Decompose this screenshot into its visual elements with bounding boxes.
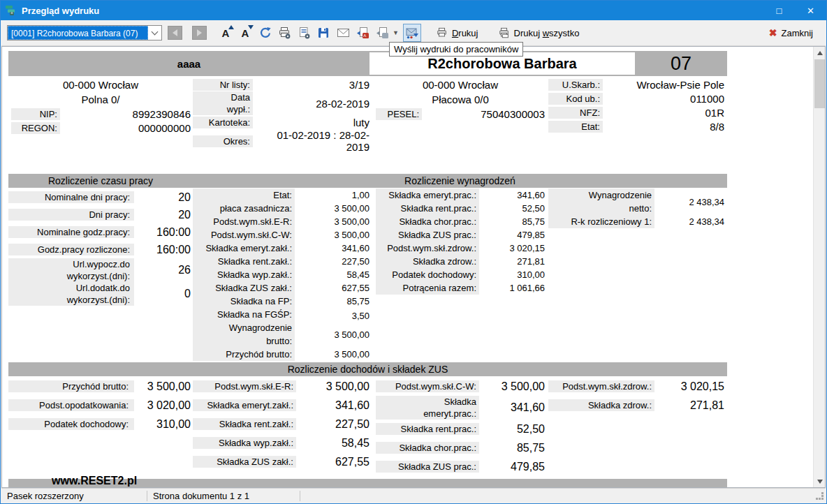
field-value: Wrocław-Psie Pole	[603, 79, 724, 91]
field-value: 310,00	[134, 418, 193, 431]
field-row: płaca zasadnicza: 3 500,00	[193, 202, 369, 215]
pay-col3-rows: Wynagrodzenie netto: 2 438,34 R-k rozlic…	[548, 188, 727, 361]
page-setup-button[interactable]	[295, 24, 313, 42]
employee-id-rows: PESEL: 75040300003	[376, 107, 545, 121]
font-smaller-button[interactable]: A	[236, 24, 254, 42]
company-id-rows: NIP: 8992390846 REGON: 000000000	[8, 107, 193, 135]
field-row: Składka emeryt.zakł.: 341,60	[193, 396, 369, 415]
email-button[interactable]	[334, 24, 352, 42]
time-and-pay-body: Nominalne dni pracy: 20 Dni pracy: 20 No…	[8, 188, 727, 361]
field-value: 3 500,00	[295, 203, 369, 214]
field-row: Nominalne dni pracy: 20	[8, 188, 193, 206]
field-row: U.Skarb.: Wrocław-Psie Pole	[548, 77, 724, 91]
company-name: aaaa	[8, 51, 369, 76]
field-value: 8992390846	[60, 108, 193, 120]
field-row: Składka chor.prac.: 85,75	[376, 215, 545, 228]
field-label: Url.wypocz.do wykorzyst.(dni):	[8, 258, 134, 282]
field-label: R-k rozliczeniowy 1:	[548, 215, 654, 228]
field-row: Składka zdrow.: 271,81	[548, 396, 724, 415]
close-window-button[interactable]: ✕	[795, 1, 826, 20]
print-button[interactable]: Drukuj	[430, 24, 485, 42]
field-row: Składka emeryt.zakł.: 341,60	[193, 242, 369, 255]
next-page-button[interactable]	[192, 26, 207, 40]
close-preview-label: Zamknij	[781, 28, 813, 38]
close-preview-button[interactable]: ✖ Zamknij	[762, 25, 820, 41]
field-label: U.Skarb.:	[548, 79, 603, 91]
field-label: Składka ZUS zakł.:	[193, 281, 295, 295]
field-row: Godz.pracy rozliczone: 160:00	[8, 241, 193, 258]
field-label: Składka na FGŚP:	[193, 308, 295, 321]
field-row: Składka ZUS prac.: 479,85	[376, 457, 545, 476]
field-row: Podatek dochodowy: 310,00	[376, 268, 545, 281]
send-to-employees-button[interactable]	[403, 24, 421, 42]
font-larger-button[interactable]: A	[217, 24, 235, 42]
field-label: Dni pracy:	[8, 209, 134, 221]
previous-page-button[interactable]	[168, 26, 182, 40]
field-row: Okres: 01-02-2019 : 28-02- 2019	[193, 129, 369, 153]
field-label: Składka ZUS zakł.:	[193, 456, 296, 468]
field-value: 310,00	[479, 269, 545, 280]
field-value: 58,45	[295, 269, 369, 280]
refresh-button[interactable]	[256, 24, 274, 42]
status-bar: Pasek rozszerzony Strona dokumentu 1 z 1	[1, 488, 826, 503]
field-row: Składka na FGŚP: 3,50	[193, 308, 369, 321]
employee-code: 07	[635, 51, 727, 76]
field-row: REGON: 000000000	[8, 121, 193, 135]
field-label: Wynagrodzenie netto:	[548, 188, 654, 215]
vertical-scrollbar[interactable]	[813, 47, 825, 487]
save-icon	[317, 27, 330, 39]
field-value: 341,60	[479, 401, 545, 414]
field-row: Składka ZUS prac.: 479,85	[376, 228, 545, 242]
field-value: 3 020,15	[479, 243, 545, 253]
status-panel-page: Strona dokumentu 1 z 1	[147, 491, 300, 501]
field-value: 011000	[603, 93, 724, 105]
field-value: 20	[134, 191, 193, 204]
export-other-button[interactable]	[373, 24, 391, 42]
field-row: Podst.wym.skł.zdrow.: 3 020,15	[548, 377, 724, 396]
maximize-button[interactable]: □	[763, 1, 795, 20]
section-bar-time-pay: Rozliczenie czasu pracy Rozliczenie wyna…	[8, 174, 727, 188]
field-label: Składka wyp.zakł.:	[193, 437, 296, 449]
export-dropdown-caret-icon[interactable]: ▼	[393, 29, 399, 36]
field-row: PESEL: 75040300003	[376, 107, 545, 121]
section-title-zus: Rozliczenie dochodów i składek ZUS	[288, 364, 448, 375]
field-value: luty	[253, 117, 369, 128]
font-smaller-icon: A	[242, 28, 249, 38]
zus-col1-rows: Przychód brutto: 3 500,00 Podst.opodatko…	[8, 377, 193, 476]
field-value: 271,81	[654, 399, 724, 412]
field-label: Nominalne dni pracy:	[8, 191, 134, 203]
field-row: Składka rent.zakł.: 227,50	[193, 255, 369, 268]
scroll-up-icon[interactable]	[814, 47, 826, 59]
resize-grip[interactable]	[821, 492, 824, 494]
field-value: 3 020,15	[654, 380, 724, 393]
section-title-time: Rozliczenie czasu pracy	[8, 174, 193, 188]
field-label: Składka ZUS prac.:	[376, 461, 479, 473]
scrollbar-thumb[interactable]	[814, 59, 825, 108]
document-selector[interactable]: [0001] R2chorobowa Barbara (07)	[7, 25, 162, 40]
field-label: Nominalne godz.pracy:	[8, 226, 134, 238]
print-all-button[interactable]: Drukuj wszystko	[492, 24, 586, 42]
export-pdf-button[interactable]: A	[353, 24, 372, 42]
field-row: Przychód brutto: 3 500,00	[193, 348, 369, 361]
field-label: Podst.wym.skł.C-W:	[193, 228, 295, 242]
chevron-down-icon[interactable]	[148, 26, 161, 40]
field-label: Etat:	[548, 121, 603, 133]
field-value: 2 438,34	[654, 216, 724, 227]
field-row: Przychód brutto: 3 500,00	[8, 377, 193, 396]
save-button[interactable]	[314, 24, 332, 42]
field-value: 28-02-2019	[253, 98, 369, 110]
arrow-right-icon	[197, 29, 202, 36]
scroll-down-icon[interactable]	[814, 475, 826, 487]
field-value: 3 500,00	[295, 230, 369, 240]
print-all-icon	[498, 27, 511, 39]
field-value: 58,45	[296, 437, 369, 450]
section-bar-zus: Rozliczenie dochodów i składek ZUS	[8, 362, 727, 376]
field-value: 01R	[603, 107, 724, 119]
arrow-left-icon	[173, 29, 177, 36]
report-footer: www.RESET2.pl	[8, 479, 727, 488]
company-address-line: 00-000 Wrocław	[8, 77, 193, 92]
print-icon	[436, 27, 448, 39]
print-setup-button[interactable]	[275, 24, 293, 42]
font-larger-icon: A	[222, 28, 230, 38]
field-row: Kod ub.: 011000	[548, 91, 724, 105]
